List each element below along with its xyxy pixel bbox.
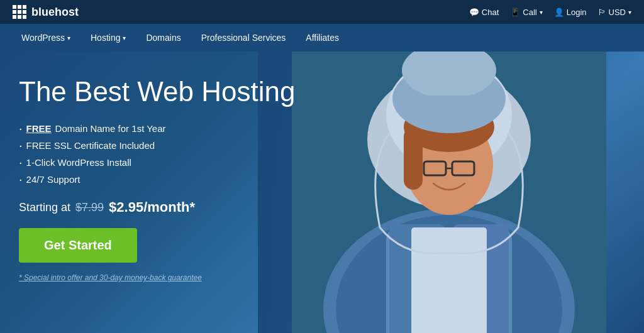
chat-label: Chat [482, 8, 499, 17]
price-old: $7.99 [75, 201, 104, 214]
currency-caret: ▾ [628, 9, 631, 16]
hero-section: The Best Web Hosting FREE Domain Name fo… [0, 52, 644, 333]
svg-rect-17 [396, 96, 502, 111]
nav-hosting[interactable]: Hosting ▾ [82, 28, 135, 48]
login-label: Login [567, 8, 587, 17]
call-link[interactable]: 📱 Call ▾ [510, 8, 542, 17]
feature-wordpress: 1-Click WordPress Install [19, 156, 295, 168]
svg-rect-11 [404, 127, 423, 190]
call-caret: ▾ [540, 9, 543, 16]
price-new: $2.95/month* [109, 199, 195, 216]
main-nav: WordPress ▾ Hosting ▾ Domains Profession… [0, 24, 644, 52]
nav-domains-label: Domains [146, 33, 180, 43]
logo-grid-icon [13, 5, 26, 19]
login-link[interactable]: 👤 Login [554, 8, 587, 17]
logo[interactable]: bluehost [13, 5, 79, 19]
hero-title: The Best Web Hosting [19, 77, 295, 107]
nav-hosting-label: Hosting [91, 33, 120, 43]
currency-icon: 🏳 [598, 8, 606, 17]
nav-professional-services-label: Professional Services [201, 33, 286, 43]
chat-link[interactable]: 💬 Chat [469, 8, 499, 17]
chat-icon: 💬 [469, 8, 479, 17]
svg-rect-6 [411, 227, 487, 333]
nav-domains[interactable]: Domains [137, 28, 189, 48]
feature-free-label: FREE [26, 123, 52, 134]
pricing-section: Starting at $7.99 $2.95/month* [19, 199, 295, 216]
nav-wordpress-label: WordPress [21, 33, 65, 43]
top-bar: bluehost 💬 Chat 📱 Call ▾ 👤 Login 🏳 USD ▾ [0, 0, 644, 24]
call-icon: 📱 [510, 8, 520, 17]
call-label: Call [523, 8, 536, 17]
currency-link[interactable]: 🏳 USD ▾ [598, 8, 631, 17]
hosting-caret-icon: ▾ [123, 35, 126, 41]
logo-text: bluehost [31, 6, 79, 19]
feature-domain-text: Domain Name for 1st Year [55, 123, 166, 134]
hero-content: The Best Web Hosting FREE Domain Name fo… [19, 77, 295, 283]
nav-affiliates[interactable]: Affiliates [297, 28, 348, 48]
hero-person-image [292, 52, 606, 333]
feature-support-text: 24/7 Support [26, 174, 80, 185]
feature-wordpress-text: 1-Click WordPress Install [26, 157, 131, 168]
wordpress-caret-icon: ▾ [67, 35, 70, 41]
top-right-nav: 💬 Chat 📱 Call ▾ 👤 Login 🏳 USD ▾ [469, 8, 631, 17]
login-icon: 👤 [554, 8, 564, 17]
feature-support: 24/7 Support [19, 173, 295, 185]
disclaimer-text[interactable]: * Special intro offer and 30-day money-b… [19, 273, 202, 282]
features-list: FREE Domain Name for 1st Year FREE SSL C… [19, 122, 295, 185]
currency-label: USD [609, 8, 626, 17]
feature-ssl: FREE SSL Certificate Included [19, 139, 295, 151]
nav-wordpress[interactable]: WordPress ▾ [13, 28, 79, 48]
feature-ssl-text: FREE SSL Certificate Included [26, 140, 155, 151]
nav-professional-services[interactable]: Professional Services [192, 28, 295, 48]
pricing-prefix: Starting at [19, 201, 70, 214]
nav-affiliates-label: Affiliates [306, 33, 339, 43]
feature-domain: FREE Domain Name for 1st Year [19, 122, 295, 134]
get-started-button[interactable]: Get Started [19, 228, 137, 263]
